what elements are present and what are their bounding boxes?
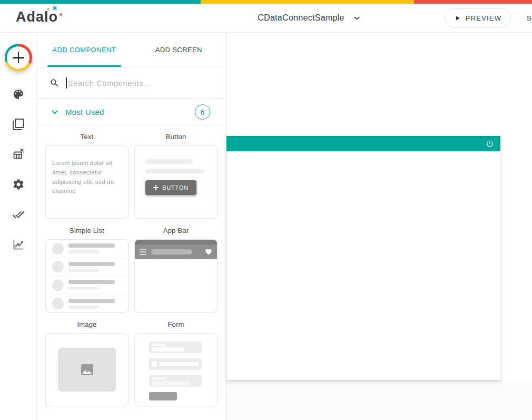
preview-button-shape: BUTTON xyxy=(145,180,196,195)
avatar xyxy=(52,279,64,291)
text-cursor xyxy=(66,77,67,89)
title-placeholder xyxy=(151,249,192,255)
sidebar-item-settings[interactable] xyxy=(12,178,25,191)
app-bar-shape xyxy=(135,245,217,259)
play-icon xyxy=(454,15,461,22)
plus-icon xyxy=(153,185,159,190)
section-count-badge: 6 xyxy=(195,104,210,120)
image-placeholder xyxy=(58,348,116,392)
section-label: Most Used xyxy=(65,108,104,116)
lorem-preview-text: Lorem ipsum dolor sit amet, consectetur … xyxy=(52,160,114,194)
component-name: Image xyxy=(77,320,96,328)
add-component-button[interactable] xyxy=(5,44,32,71)
heart-icon xyxy=(205,248,212,256)
form-component-preview xyxy=(134,333,218,406)
sidebar-item-analytics[interactable] xyxy=(12,238,25,251)
app-screen[interactable] xyxy=(226,136,500,380)
button-component-preview: BUTTON xyxy=(134,145,218,219)
plus-icon xyxy=(13,52,24,63)
text-component-preview: Lorem ipsum dolor sit amet, consectetur … xyxy=(45,145,129,219)
component-card-text[interactable]: Text Lorem ipsum dolor sit amet, consect… xyxy=(45,133,129,219)
app-name: CDataConnectSample xyxy=(258,13,344,23)
calendar-icon xyxy=(152,362,157,367)
list-item xyxy=(46,276,128,295)
skeleton-line xyxy=(145,159,193,164)
stripe-yellow-segment xyxy=(201,0,414,4)
analytics-icon xyxy=(12,238,25,251)
chevron-down-icon xyxy=(51,108,59,116)
screen-app-bar-component[interactable] xyxy=(226,136,500,151)
share-button[interactable]: SHARE xyxy=(527,14,532,22)
form-field-shape xyxy=(149,358,202,370)
logo-spark-dot-icon xyxy=(47,8,50,10)
left-toolbar xyxy=(0,33,37,420)
preview-button[interactable]: PREVIEW xyxy=(445,8,511,28)
list-item xyxy=(46,295,128,312)
component-name: Button xyxy=(166,133,186,141)
gear-icon xyxy=(12,178,25,191)
component-card-app-bar[interactable]: App Bar xyxy=(134,227,218,312)
editor-canvas[interactable] xyxy=(226,33,532,420)
component-card-form[interactable]: Form xyxy=(134,320,218,406)
sidebar-item-database[interactable] xyxy=(12,148,25,161)
sidebar-item-branding[interactable] xyxy=(12,87,25,101)
add-button-inner xyxy=(7,46,29,69)
status-bar-shape xyxy=(135,240,217,245)
simple-list-component-preview xyxy=(45,239,129,312)
search-icon xyxy=(50,78,60,88)
tab-add-screen[interactable]: ADD SCREEN xyxy=(132,33,226,67)
search-components-input[interactable] xyxy=(68,79,214,87)
done-all-icon xyxy=(12,208,25,221)
component-grid: Text Lorem ipsum dolor sit amet, consect… xyxy=(37,126,226,406)
adalo-logo[interactable]: Adalo xyxy=(16,9,58,25)
form-submit-shape xyxy=(149,392,177,401)
component-search xyxy=(37,67,226,99)
tab-add-component[interactable]: ADD COMPONENT xyxy=(37,33,132,67)
sidebar-item-screens[interactable] xyxy=(12,118,25,131)
image-icon xyxy=(81,364,93,375)
sidebar-item-publish[interactable] xyxy=(12,208,25,221)
hamburger-menu-icon xyxy=(140,249,146,255)
component-card-button[interactable]: Button BUTTON xyxy=(134,133,218,219)
logo-spark-x-icon xyxy=(52,6,57,11)
canvas-background xyxy=(226,380,532,420)
power-icon xyxy=(486,140,494,148)
add-component-panel: ADD COMPONENT ADD SCREEN Most Used 6 Tex… xyxy=(37,33,226,420)
app-name-dropdown[interactable]: CDataConnectSample xyxy=(258,13,361,23)
most-used-section-header[interactable]: Most Used 6 xyxy=(37,99,226,126)
logo-spark-star-icon xyxy=(60,13,62,16)
list-item xyxy=(46,258,128,277)
stripe-teal-segment xyxy=(0,0,201,4)
skeleton-line xyxy=(145,169,204,173)
component-name: Text xyxy=(81,133,94,141)
image-component-preview xyxy=(45,333,129,406)
component-name: Form xyxy=(168,320,184,328)
component-card-simple-list[interactable]: Simple List xyxy=(45,227,129,312)
component-name: Simple List xyxy=(70,227,104,235)
stripe-red-segment xyxy=(414,0,532,4)
palette-icon xyxy=(12,88,25,101)
component-name: App Bar xyxy=(163,227,189,235)
preview-button-label: BUTTON xyxy=(162,184,189,191)
brand-stripe xyxy=(0,0,532,4)
form-field-shape xyxy=(149,341,202,353)
component-card-image[interactable]: Image xyxy=(45,320,129,406)
app-header: Adalo CDataConnectSample PREVIEW SHARE xyxy=(0,4,532,33)
screens-icon xyxy=(12,118,25,131)
form-field-shape xyxy=(149,375,202,387)
preview-label: PREVIEW xyxy=(466,14,501,22)
database-icon xyxy=(12,148,25,161)
avatar xyxy=(52,243,64,255)
app-bar-component-preview xyxy=(134,239,218,312)
avatar xyxy=(52,298,64,309)
list-item xyxy=(46,240,128,258)
main-area: ADD COMPONENT ADD SCREEN Most Used 6 Tex… xyxy=(0,33,532,420)
avatar xyxy=(52,261,64,272)
chevron-down-icon xyxy=(353,14,361,22)
logo-text: Adalo xyxy=(16,9,58,25)
panel-tabs: ADD COMPONENT ADD SCREEN xyxy=(37,33,226,67)
